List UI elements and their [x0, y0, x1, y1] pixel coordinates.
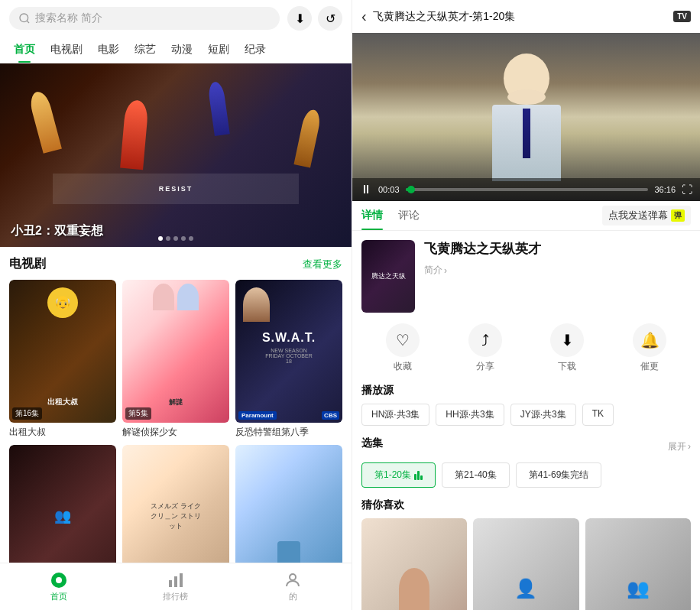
episode-header: 选集 展开 › [361, 436, 691, 456]
drama-section-title: 电视剧 [9, 256, 46, 272]
recommend-grid: 👤 👥 [361, 518, 691, 610]
recommend-section: 猜你喜欢 👤 [361, 498, 691, 610]
drama-card-3[interactable]: S.W.A.T. NEW SEASON FRIDAY OCTOBER 18 CB… [235, 280, 342, 439]
episode-tag-3[interactable]: 第41-69集完结 [516, 462, 602, 488]
tab-movie[interactable]: 电影 [90, 37, 127, 63]
episode-section: 选集 展开 › 第1-20集 第21-40集 [361, 436, 691, 488]
share-button[interactable]: ⤴ 分享 [444, 323, 527, 373]
download-button[interactable]: ⬇ 下载 [527, 323, 609, 373]
progress-bar[interactable] [406, 188, 649, 191]
drama-card-4[interactable]: 👥 [9, 445, 116, 563]
right-content: 腾达之天纵 飞黄腾达之天纵英才 简介 › ♡ 收藏 ⤴ 分享 ⬇ 下 [352, 231, 700, 610]
tab-tv[interactable]: 电视剧 [43, 37, 90, 63]
hero-image: RESIST 小丑2：双重妄想 [0, 63, 352, 247]
total-time: 36:16 [654, 185, 676, 194]
source-jy[interactable]: JY源·共3集 [510, 404, 576, 426]
source-hh[interactable]: HH源·共3集 [436, 404, 504, 426]
drama-card-6[interactable] [235, 445, 342, 563]
pause-button[interactable]: ⏸ [360, 183, 372, 196]
current-time: 00:03 [378, 185, 400, 194]
episode-3-label: 第41-69集完结 [529, 469, 589, 482]
video-player[interactable]: ⏸ 00:03 36:16 ⛶ [352, 33, 700, 201]
left-content: RESIST 小丑2：双重妄想 电视剧 查看更多 [0, 63, 352, 563]
svg-point-3 [56, 577, 62, 583]
search-input-wrap[interactable]: 搜索名称 简介 [9, 7, 280, 30]
drama-thumb-4: 👥 [9, 445, 116, 563]
tab-short[interactable]: 短剧 [200, 37, 237, 63]
hero-banner[interactable]: RESIST 小丑2：双重妄想 [0, 63, 352, 247]
show-title: 飞黄腾达之天纵英才 [424, 240, 691, 258]
tab-variety[interactable]: 综艺 [127, 37, 164, 63]
recommend-card-2[interactable]: 👤 [473, 518, 578, 610]
bottom-nav-me[interactable]: 的 [235, 568, 352, 605]
svg-rect-6 [180, 573, 183, 587]
video-tabs: 详情 评论 点我发送弹幕 弹 [352, 201, 700, 231]
show-info: 腾达之天纵 飞黄腾达之天纵英才 简介 › [361, 240, 691, 313]
episode-tag-2[interactable]: 第21-40集 [442, 462, 510, 488]
drama-thumb-2: 解謎 第5集 [122, 280, 229, 423]
progress-dot [407, 186, 415, 193]
brief-label: 简介 [424, 264, 442, 277]
left-panel: 搜索名称 简介 ⬇ ↺ 首页 电视剧 电影 综艺 动漫 短剧 纪录 [0, 0, 352, 610]
tab-comment[interactable]: 评论 [398, 201, 420, 230]
bar-icon [414, 471, 423, 480]
history-icon-btn[interactable]: ↺ [318, 6, 342, 31]
recommend-card-3[interactable]: 👥 [585, 518, 691, 610]
hero-dot-5[interactable] [189, 236, 193, 241]
search-placeholder: 搜索名称 简介 [35, 11, 102, 25]
recommend-thumb-1 [361, 518, 467, 610]
bottom-nav-home[interactable]: 首页 [0, 568, 117, 605]
svg-point-7 [290, 574, 296, 580]
fullscreen-button[interactable]: ⛶ [682, 183, 692, 196]
drama-thumb-5: スメルズ ライククリ＿ン ストリット [122, 445, 229, 563]
drama-badge-1: 第16集 [12, 407, 42, 420]
source-tk[interactable]: TK [582, 404, 614, 426]
download-icon-btn[interactable]: ⬇ [287, 6, 312, 31]
drama-name-1: 出租大叔 [9, 426, 116, 439]
hero-dot-1[interactable] [158, 236, 163, 241]
more-button[interactable]: 🔔 催更 [608, 323, 691, 373]
drama-grid: 👴 出租大叔 第16集 出租大叔 [9, 280, 342, 563]
tab-detail[interactable]: 详情 [361, 201, 383, 230]
bullet-button[interactable]: 点我发送弹幕 弹 [602, 206, 691, 226]
hero-dots [158, 236, 193, 241]
episode-tag-1[interactable]: 第1-20集 [361, 462, 436, 488]
recommend-card-1[interactable] [361, 518, 467, 610]
action-buttons: ♡ 收藏 ⤴ 分享 ⬇ 下载 🔔 催更 [361, 323, 691, 373]
favorite-button[interactable]: ♡ 收藏 [361, 323, 444, 373]
recommend-thumb-3: 👥 [585, 518, 691, 610]
video-header-title: 飞黄腾达之天纵英才-第1-20集 [373, 10, 668, 24]
drama-section-more[interactable]: 查看更多 [303, 258, 342, 271]
tab-doc[interactable]: 纪录 [237, 37, 274, 63]
bottom-nav: 首页 排行榜 的 [0, 563, 352, 610]
hero-dot-4[interactable] [181, 236, 186, 241]
video-content [352, 33, 700, 201]
back-button[interactable]: ‹ [361, 8, 367, 25]
source-tags: HN源·共3集 HH源·共3集 JY源·共3集 TK [361, 404, 691, 426]
source-hn[interactable]: HN源·共3集 [361, 404, 429, 426]
more-label: 催更 [640, 360, 659, 373]
episode-tags: 第1-20集 第21-40集 第41-69集完结 [361, 462, 691, 488]
bottom-nav-home-label: 首页 [50, 591, 67, 602]
drama-thumb-1: 👴 出租大叔 第16集 [9, 280, 116, 423]
drama-card-5[interactable]: スメルズ ライククリ＿ン ストリット [122, 445, 229, 563]
drama-thumb-3: S.W.A.T. NEW SEASON FRIDAY OCTOBER 18 CB… [235, 280, 342, 423]
show-brief-button[interactable]: 简介 › [424, 264, 691, 277]
tab-anime[interactable]: 动漫 [164, 37, 200, 63]
hero-dot-2[interactable] [166, 236, 170, 241]
tab-home[interactable]: 首页 [6, 37, 43, 63]
svg-rect-4 [169, 580, 172, 587]
share-label: 分享 [476, 360, 494, 373]
hero-dot-3[interactable] [173, 236, 178, 241]
bottom-nav-rank-label: 排行榜 [163, 591, 188, 602]
expand-button[interactable]: 展开 › [668, 440, 691, 453]
show-poster: 腾达之天纵 [361, 240, 415, 313]
drama-card-1[interactable]: 👴 出租大叔 第16集 出租大叔 [9, 280, 116, 439]
drama-card-2[interactable]: 解謎 第5集 解谜侦探少女 [122, 280, 229, 439]
svg-line-1 [27, 21, 29, 23]
video-header: ‹ 飞黄腾达之天纵英才-第1-20集 TV [352, 0, 700, 33]
tv-badge: TV [673, 11, 691, 22]
show-details: 飞黄腾达之天纵英才 简介 › [424, 240, 691, 313]
drama-section: 电视剧 查看更多 👴 出租大叔 第16集 出租大叔 [0, 247, 352, 563]
bottom-nav-rank[interactable]: 排行榜 [117, 568, 234, 605]
